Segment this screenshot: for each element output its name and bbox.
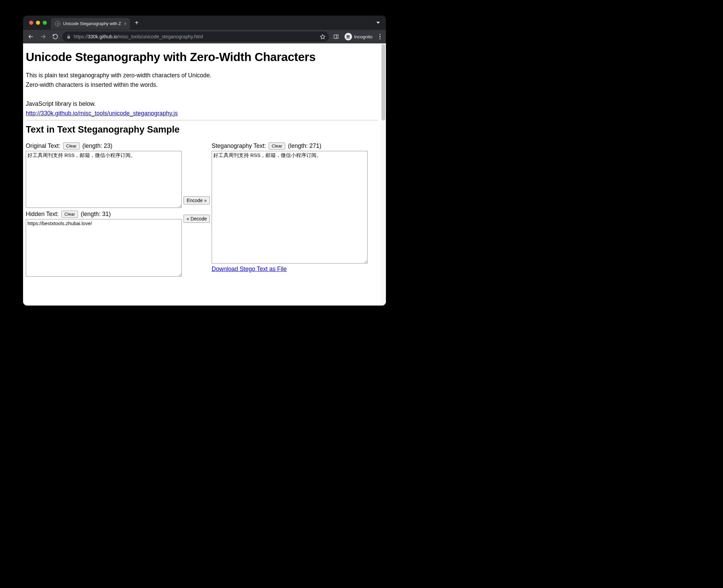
bookmark-star-icon[interactable] [320, 34, 326, 40]
url-path: /misc_tools/unicode_steganography.html [117, 34, 203, 39]
url-host: 330k.github.io [88, 34, 117, 39]
hidden-length: (length: 31) [81, 211, 111, 218]
decode-button[interactable]: « Decode [183, 215, 210, 223]
original-text-label: Original Text: [26, 142, 60, 150]
address-bar[interactable]: https://330k.github.io/misc_tools/unicod… [62, 32, 329, 42]
stego-text-input[interactable] [212, 151, 368, 263]
svg-rect-0 [334, 35, 338, 39]
svg-point-3 [348, 37, 350, 38]
browser-toolbar: https://330k.github.io/misc_tools/unicod… [23, 30, 386, 43]
forward-button[interactable] [38, 32, 48, 42]
incognito-label: Incognito [354, 34, 373, 39]
scrollbar-thumb[interactable] [382, 44, 385, 120]
globe-icon [55, 21, 60, 26]
clear-original-button[interactable]: Clear [63, 142, 80, 150]
back-button[interactable] [26, 32, 36, 42]
reload-button[interactable] [50, 32, 60, 42]
stego-length: (length: 271) [288, 142, 321, 150]
window-controls [23, 21, 51, 25]
kebab-menu-icon[interactable] [377, 32, 384, 42]
panel-icon[interactable] [331, 32, 341, 42]
url-protocol: https:// [74, 34, 88, 39]
browser-window: Unicode Steganography with Z × + https:/… [23, 16, 386, 306]
intro-line-3: JavaScript library is below. [26, 99, 378, 109]
tab-title: Unicode Steganography with Z [63, 21, 121, 26]
intro-text: This is plain text steganography with ze… [26, 71, 378, 118]
incognito-chip[interactable]: Incognito [343, 32, 375, 42]
minimize-window-button[interactable] [36, 21, 40, 25]
clear-hidden-button[interactable]: Clear [61, 211, 78, 218]
download-stego-link[interactable]: Download Stego Text as File [212, 266, 287, 273]
page-title: Unicode Steganography with Zero-Width Ch… [26, 50, 378, 64]
lock-icon [66, 35, 71, 39]
page-viewport: Unicode Steganography with Zero-Width Ch… [23, 43, 386, 306]
close-window-button[interactable] [29, 21, 33, 25]
new-tab-button[interactable]: + [130, 19, 143, 26]
divider [26, 120, 378, 120]
hidden-text-input[interactable] [26, 219, 182, 277]
encode-button[interactable]: Encode » [183, 196, 210, 204]
browser-tab[interactable]: Unicode Steganography with Z × [51, 18, 130, 30]
library-link[interactable]: http://330k.github.io/misc_tools/unicode… [26, 110, 178, 117]
scrollbar-track[interactable] [381, 43, 386, 306]
titlebar: Unicode Steganography with Z × + [23, 16, 386, 30]
section-heading: Text in Text Steganography Sample [26, 124, 378, 135]
hidden-text-label: Hidden Text: [26, 211, 59, 218]
url-text: https://330k.github.io/misc_tools/unicod… [74, 34, 317, 39]
intro-line-1: This is plain text steganography with ze… [26, 71, 378, 80]
original-text-input[interactable] [26, 151, 182, 208]
intro-line-2: Zero-width characters is inserted within… [26, 80, 378, 90]
stego-text-label: Steganography Text: [212, 142, 266, 150]
chevron-down-icon[interactable] [376, 22, 380, 24]
close-tab-button[interactable]: × [124, 21, 126, 26]
svg-point-2 [347, 37, 348, 38]
original-length: (length: 23) [82, 142, 113, 150]
maximize-window-button[interactable] [43, 21, 47, 25]
clear-stego-button[interactable]: Clear [269, 142, 285, 150]
incognito-icon [345, 33, 352, 40]
